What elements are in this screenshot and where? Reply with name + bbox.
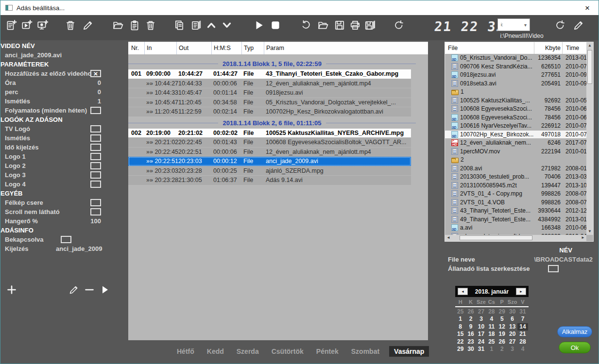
- move-down-button[interactable]: [220, 18, 234, 33]
- column-header-param[interactable]: Param: [264, 42, 428, 54]
- weekday-tab[interactable]: Csütörtök: [269, 347, 307, 356]
- scroll-down-icon[interactable]: ▼: [588, 230, 592, 233]
- playlist-row[interactable]: »» 10:44:33 10:45:47 00:01:14 File 0918j…: [128, 88, 411, 98]
- checkbox[interactable]: [90, 208, 101, 215]
- calendar-day[interactable]: 30: [507, 308, 517, 315]
- sidebar-value[interactable]: 0: [82, 88, 101, 96]
- calendar-day[interactable]: 20: [507, 331, 517, 338]
- edit-button[interactable]: [68, 283, 80, 296]
- calendar-day[interactable]: 30: [465, 346, 476, 353]
- calendar-day[interactable]: 29: [497, 308, 507, 315]
- vertical-scroll-thumb[interactable]: [587, 50, 592, 84]
- file-row[interactable]: 12_éven_aluliaknak_nem... 6246 2017-07-1…: [445, 139, 586, 147]
- playlist-row[interactable]: »» 20:22:45 20:22:51 00:00:06 File 12_év…: [128, 148, 411, 157]
- calendar-day[interactable]: 7: [517, 315, 528, 323]
- file-row[interactable]: 2008.avi 271982 2008-01-10 1: [445, 165, 586, 173]
- sidebar-value[interactable]: 100: [82, 217, 101, 225]
- new-playlist-entry-button[interactable]: [4, 18, 18, 33]
- column-header-nr[interactable]: Nr.: [128, 42, 144, 54]
- close-button[interactable]: ×: [581, 4, 594, 12]
- column-header-in[interactable]: In: [144, 42, 176, 54]
- playlist-row[interactable]: »» 20:23:03 20:23:28 00:00:25 File ajánl…: [128, 166, 411, 176]
- horizontal-scrollbar[interactable]: ◄ ►: [445, 235, 586, 241]
- file-row[interactable]: 100616 NyarVeszelyeiTav... 226912 2010-0…: [445, 122, 586, 130]
- file-row[interactable]: 49_Tihanyi_Tetoteri_Este... 4384992 2013…: [445, 215, 586, 224]
- file-row[interactable]: 100702Hp_Kesz_Birkozok... 497018 2010-07…: [445, 131, 586, 139]
- open-list-folder-button[interactable]: [111, 18, 125, 33]
- calendar-day[interactable]: 28: [486, 308, 496, 315]
- calendar-day[interactable]: 31: [517, 308, 528, 315]
- permanent-list-checkbox[interactable]: [548, 265, 559, 272]
- column-header-kbyte[interactable]: Kbyte: [534, 42, 562, 54]
- calendar-day[interactable]: 31: [476, 346, 486, 353]
- column-header-hms[interactable]: H:M:S: [211, 42, 241, 54]
- copy-pages-button[interactable]: [189, 18, 203, 33]
- calendar-day[interactable]: 1: [455, 315, 465, 323]
- calendar-day[interactable]: 11: [486, 323, 496, 331]
- ok-button[interactable]: Ok: [559, 342, 591, 353]
- calendar-next-button[interactable]: [516, 288, 526, 295]
- file-row[interactable]: 20130306_testuleti_prob... 70406 2013-03…: [445, 173, 586, 181]
- weekday-tab[interactable]: Kedd: [204, 347, 227, 356]
- new-video-entry-button[interactable]: [20, 18, 34, 33]
- playlist-row[interactable]: »» 10:45:47 11:20:45 00:34:58 File 05_Kr…: [128, 98, 411, 107]
- calendar-day[interactable]: 19: [497, 331, 507, 338]
- file-row[interactable]: 090706 Kesz StrandKézia... 626510 2010-0…: [445, 63, 586, 71]
- save-list-button[interactable]: [333, 18, 346, 33]
- scroll-up-icon[interactable]: ▲: [588, 44, 592, 48]
- calendar-day[interactable]: 21: [517, 331, 528, 338]
- calendar-day[interactable]: 6: [507, 315, 517, 323]
- playlist-row[interactable]: »» 20:21:02 20:22:45 00:01:43 File 10060…: [128, 138, 411, 147]
- playlist-row[interactable]: »» 11:20:45 11:22:59 00:02:14 File 10070…: [128, 107, 411, 116]
- file-row[interactable]: 2: [445, 156, 586, 164]
- calendar-day[interactable]: 15: [455, 331, 465, 338]
- calendar-day[interactable]: 8: [455, 323, 465, 331]
- playlist-row[interactable]: »» 10:44:27 10:44:33 00:00:06 File 12_év…: [128, 79, 411, 88]
- calendar-day[interactable]: 26: [465, 308, 476, 315]
- column-header-out[interactable]: Out: [176, 42, 211, 54]
- copy-list-button[interactable]: [172, 18, 186, 33]
- playlist-row[interactable]: »» 20:23:28 21:30:05 01:06:37 File Adás …: [128, 176, 411, 185]
- column-header-time[interactable]: Time: [562, 42, 586, 54]
- weekday-tab[interactable]: Szerda: [234, 347, 262, 356]
- apply-button[interactable]: Alkalmaz: [557, 326, 592, 337]
- checkbox[interactable]: [90, 153, 101, 160]
- checkbox[interactable]: [90, 144, 101, 151]
- sidebar-value[interactable]: 0: [82, 79, 101, 86]
- calendar-day[interactable]: 23: [465, 338, 476, 346]
- print-list-button[interactable]: [348, 18, 362, 33]
- column-header-typ[interactable]: Typ: [241, 42, 264, 54]
- file-row[interactable]: 05_Krisztus_Vandorai_Do... 1236354 2013-…: [445, 54, 586, 62]
- checkbox[interactable]: [90, 134, 101, 142]
- file-row[interactable]: 0918seta3.avi 205491 2010-09-23 1: [445, 80, 586, 88]
- add-button[interactable]: [5, 283, 18, 296]
- refresh-list-button[interactable]: [392, 18, 406, 33]
- weekday-tab[interactable]: Péntek: [313, 347, 342, 356]
- sidebar-value[interactable]: 1: [82, 98, 101, 105]
- playlist-row[interactable]: »» 20:22:51 20:23:03 00:00:12 File anci_…: [128, 157, 411, 166]
- paste-list-button[interactable]: [128, 18, 141, 33]
- calendar-day[interactable]: 18: [486, 331, 496, 338]
- calendar-day[interactable]: 27: [476, 308, 486, 315]
- calendar-day[interactable]: 17: [476, 331, 486, 338]
- refresh-files-button[interactable]: [553, 18, 567, 33]
- delete-entry-button[interactable]: [64, 18, 77, 33]
- calendar-day[interactable]: 4: [517, 346, 528, 353]
- file-row[interactable]: 1: [445, 88, 586, 96]
- edit-entry-button[interactable]: [81, 18, 95, 33]
- calendar-day[interactable]: 12: [497, 323, 507, 331]
- file-row[interactable]: 100525 KaktuszKiallitas_... 92692 2010-0…: [445, 97, 586, 105]
- remove-button[interactable]: [83, 283, 96, 296]
- preview-play-button[interactable]: [99, 283, 111, 296]
- checkbox[interactable]: [90, 125, 101, 132]
- undo-button[interactable]: [299, 18, 313, 33]
- move-up-button[interactable]: [205, 18, 218, 33]
- calendar-day[interactable]: 2: [465, 315, 476, 323]
- file-row[interactable]: 2VTS_01_4.VOB 998826 2008-07-15 1: [445, 199, 586, 207]
- file-row[interactable]: 2VTS_01_4 - Copy.mpg 998826 2008-07-15 1: [445, 190, 586, 198]
- weekday-tab[interactable]: Szombat: [348, 347, 382, 356]
- checkbox[interactable]: [61, 236, 71, 243]
- file-row[interactable]: 100608 EgyevesekaSzoci... 78456 2010-06-…: [445, 105, 586, 113]
- stop-button[interactable]: [269, 18, 282, 33]
- checkbox[interactable]: [90, 171, 101, 179]
